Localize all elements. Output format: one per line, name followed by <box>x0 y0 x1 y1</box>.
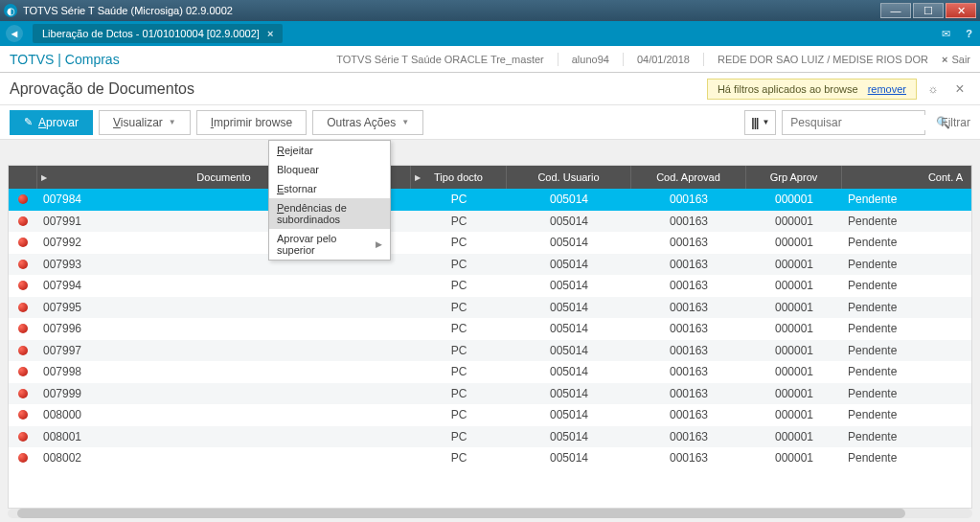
table-row[interactable]: 007995PC005014000163000001Pendente <box>9 297 971 319</box>
meta-user: aluno94 <box>572 54 609 65</box>
menu-rejeitar[interactable]: Rejeitar <box>269 141 390 160</box>
table-row[interactable]: 007998PC005014000163000001Pendente <box>9 361 971 383</box>
filter-notice: Há filtros aplicados ao browse remover <box>707 79 917 100</box>
module-section: Compras <box>65 52 120 67</box>
status-cell <box>9 346 37 355</box>
outras-acoes-menu: Rejeitar Bloquear Estornar Pendências de… <box>268 140 391 261</box>
status-bullet-icon <box>18 324 28 333</box>
table-row[interactable]: 008000PC005014000163000001Pendente <box>9 404 971 426</box>
col-grp[interactable]: Grp Aprov <box>746 166 842 189</box>
cell-documento: 008002 <box>37 451 411 465</box>
table-row[interactable]: 007996PC005014000163000001Pendente <box>9 318 971 340</box>
scrollbar-thumb[interactable] <box>17 509 904 518</box>
imprimir-button[interactable]: Imprimir browse <box>196 110 307 135</box>
status-cell <box>9 453 37 463</box>
view-toggle[interactable]: ||| ▼ <box>744 110 776 135</box>
meta-env: TOTVS Série T Saúde ORACLE Tre_master <box>336 54 543 65</box>
table-row[interactable]: 007991PC005014000163000001Pendente <box>9 211 971 233</box>
app-icon: ◐ <box>4 4 17 17</box>
meta-org: REDE DOR SAO LUIZ / MEDISE RIOS DOR <box>718 54 928 65</box>
cell-grp: 000001 <box>746 258 842 271</box>
cell-aprovad: 000163 <box>631 451 746 465</box>
col-aprovad[interactable]: Cod. Aprovad <box>631 166 746 189</box>
col-tipo[interactable]: ▶Tipo docto <box>411 166 507 189</box>
status-cell <box>9 432 37 442</box>
window-title: TOTVS Série T Saúde (Microsiga) 02.9.000… <box>23 5 233 16</box>
col-status[interactable] <box>9 166 37 189</box>
sort-icon: ▶ <box>41 173 47 182</box>
menu-estornar[interactable]: Estornar <box>269 179 390 198</box>
help-icon[interactable]: ? <box>966 28 972 39</box>
cell-documento: 007994 <box>37 279 411 292</box>
cell-aprovad: 000163 <box>631 408 746 421</box>
cell-usuario: 005014 <box>507 236 631 249</box>
cell-status: Pendente <box>842 408 967 421</box>
menu-aprovar-superior[interactable]: Aprovar pelo superior▶ <box>269 229 390 260</box>
cell-grp: 000001 <box>746 365 842 378</box>
cell-aprovad: 000163 <box>631 344 746 357</box>
settings-icon[interactable]: ☼ <box>923 79 944 100</box>
cell-usuario: 005014 <box>507 215 631 228</box>
col-usuario[interactable]: Cod. Usuario <box>507 166 631 189</box>
table-row[interactable]: 008001PC005014000163000001Pendente <box>9 426 971 448</box>
mail-icon[interactable]: ✉ <box>942 28 950 40</box>
cell-aprovad: 000163 <box>631 215 746 228</box>
cell-aprovad: 000163 <box>631 322 746 335</box>
cell-grp: 000001 <box>746 451 842 465</box>
exit-button[interactable]: ×Sair <box>942 54 970 65</box>
table-row[interactable]: 007993PC005014000163000001Pendente <box>9 254 971 276</box>
outras-acoes-button[interactable]: Outras Ações ▼ <box>312 110 423 135</box>
cell-grp: 000001 <box>746 236 842 249</box>
cell-tipo: PC <box>411 322 507 335</box>
sort-icon: ▶ <box>415 173 421 182</box>
table-row[interactable]: 007999PC005014000163000001Pendente <box>9 383 971 405</box>
table-row[interactable]: 007992PC005014000163000001Pendente <box>9 232 971 254</box>
minimize-button[interactable]: — <box>880 3 911 18</box>
cell-tipo: PC <box>411 387 507 400</box>
cell-tipo: PC <box>411 193 507 206</box>
table-row[interactable]: 007997PC005014000163000001Pendente <box>9 340 971 362</box>
table-row[interactable]: 007984PC005014000163000001Pendente <box>9 189 971 211</box>
submenu-arrow-icon: ▶ <box>376 239 382 249</box>
data-table: ▶Documento ▶Tipo docto Cod. Usuario Cod.… <box>8 165 972 509</box>
cell-status: Pendente <box>842 258 967 271</box>
tab-liberacao[interactable]: Liberação de Dctos - 01/01010004 [02.9.0… <box>33 24 283 43</box>
cell-status: Pendente <box>842 344 967 357</box>
cell-usuario: 005014 <box>507 301 631 314</box>
status-cell <box>9 216 37 226</box>
status-bullet-icon <box>18 194 28 204</box>
tab-close-icon[interactable]: × <box>267 28 273 39</box>
aprovar-label: Aprovar <box>38 116 79 129</box>
cell-tipo: PC <box>411 408 507 421</box>
cell-tipo: PC <box>411 258 507 271</box>
cell-documento: 008000 <box>37 408 411 421</box>
table-row[interactable]: 008002PC005014000163000001Pendente <box>9 447 971 469</box>
horizontal-scrollbar[interactable] <box>8 509 972 518</box>
close-panel-icon[interactable]: × <box>949 79 970 100</box>
caret-down-icon: ▼ <box>169 118 176 126</box>
filter-remove-link[interactable]: remover <box>868 83 906 95</box>
table-row[interactable]: 007994PC005014000163000001Pendente <box>9 275 971 297</box>
menu-pendencias[interactable]: Pendências de subordinados <box>269 198 390 229</box>
filtrar-link[interactable]: Filtrar <box>941 116 970 129</box>
cell-tipo: PC <box>411 236 507 249</box>
col-cont[interactable]: Cont. A <box>842 166 971 189</box>
cell-usuario: 005014 <box>507 451 631 465</box>
cell-tipo: PC <box>411 344 507 357</box>
cell-usuario: 005014 <box>507 430 631 443</box>
cell-grp: 000001 <box>746 322 842 335</box>
cell-status: Pendente <box>842 430 967 443</box>
maximize-button[interactable]: ☐ <box>913 3 944 18</box>
home-icon[interactable]: ◄ <box>6 25 23 42</box>
cell-status: Pendente <box>842 193 967 206</box>
search-box[interactable]: 🔍 <box>782 110 925 135</box>
status-bullet-icon <box>18 389 28 398</box>
aprovar-button[interactable]: ✎ Aprovar <box>10 110 93 135</box>
window-titlebar: ◐ TOTVS Série T Saúde (Microsiga) 02.9.0… <box>0 0 980 21</box>
window-close-button[interactable]: ✕ <box>946 3 976 18</box>
cell-tipo: PC <box>411 301 507 314</box>
search-input[interactable] <box>788 115 936 130</box>
cell-aprovad: 000163 <box>631 236 746 249</box>
visualizar-button[interactable]: Visualizar ▼ <box>99 110 191 135</box>
menu-bloquear[interactable]: Bloquear <box>269 160 390 179</box>
